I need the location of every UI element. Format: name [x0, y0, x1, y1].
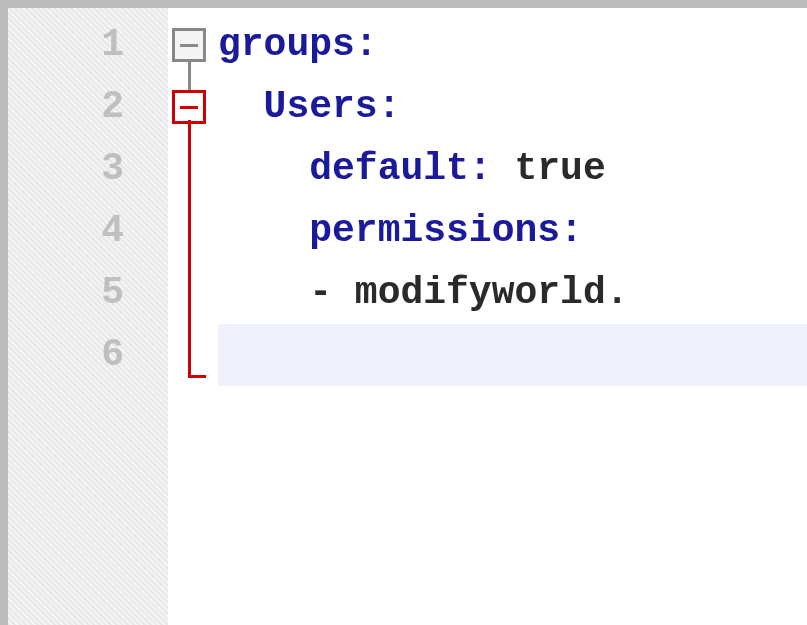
code-area[interactable]: groups: Users: default: true permissions… — [218, 8, 807, 625]
space — [332, 271, 355, 314]
yaml-key: groups — [218, 23, 355, 66]
fold-toggle-icon[interactable] — [172, 90, 206, 124]
space — [492, 147, 515, 190]
yaml-value: modifyworld. — [355, 271, 629, 314]
colon: : — [378, 85, 401, 128]
yaml-dash: - — [309, 271, 332, 314]
colon: : — [469, 147, 492, 190]
line-number-gutter: 1 2 3 4 5 6 — [8, 8, 168, 625]
fold-toggle-icon[interactable] — [172, 28, 206, 62]
fold-column — [168, 8, 218, 625]
fold-guide-line — [188, 60, 191, 90]
yaml-key: Users — [264, 85, 378, 128]
colon: : — [560, 209, 583, 252]
code-line[interactable]: default: true — [218, 138, 807, 200]
code-line[interactable]: Users: — [218, 76, 807, 138]
yaml-key: default — [309, 147, 469, 190]
code-line[interactable]: groups: — [218, 14, 807, 76]
line-number: 6 — [8, 324, 168, 386]
yaml-key: permissions — [309, 209, 560, 252]
colon: : — [355, 23, 378, 66]
fold-guide-line-active — [188, 120, 191, 378]
code-line-current[interactable] — [218, 324, 807, 386]
code-line[interactable]: - modifyworld. — [218, 262, 807, 324]
line-number: 2 — [8, 76, 168, 138]
code-editor: 1 2 3 4 5 6 groups: Users: default: true… — [8, 8, 807, 625]
code-line[interactable]: permissions: — [218, 200, 807, 262]
line-number: 4 — [8, 200, 168, 262]
yaml-value: true — [514, 147, 605, 190]
line-number: 1 — [8, 14, 168, 76]
line-number: 3 — [8, 138, 168, 200]
line-number: 5 — [8, 262, 168, 324]
minus-icon — [180, 44, 198, 47]
minus-icon — [180, 106, 198, 109]
